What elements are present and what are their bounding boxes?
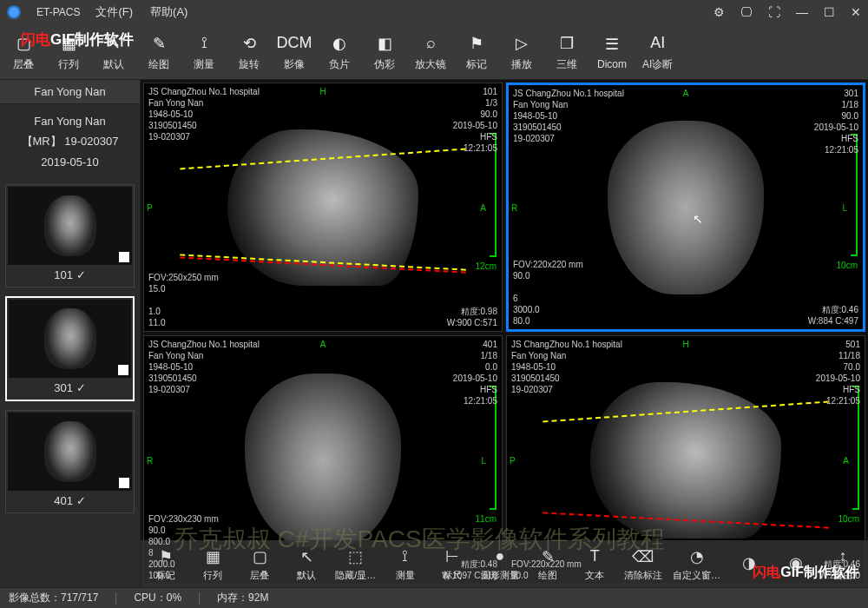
dicom-icon: ☰ — [601, 33, 623, 56]
menubar: 文件(F) 帮助(A) — [95, 4, 187, 20]
tool-pseudo[interactable]: ◧伪彩 — [370, 32, 399, 72]
tool-label: 负片 — [329, 57, 350, 72]
patient-date: 2019-05-10 — [7, 152, 133, 172]
orient-top: H — [319, 86, 326, 97]
tool-rotate[interactable]: ⟲旋转 — [234, 32, 264, 72]
btool-label: 隐藏/显… — [335, 569, 376, 582]
tool-label: 放大镜 — [415, 57, 446, 72]
patient-header[interactable]: Fan Yong Nan — [0, 80, 140, 104]
btool-label: 自定义窗… — [673, 569, 720, 582]
overlay-tr: 4011/180.02019-05-10HFS12:21:05 — [453, 339, 497, 406]
thumb-401[interactable]: 401 ✓ — [5, 410, 135, 513]
maximize-icon[interactable]: ☐ — [824, 5, 835, 19]
series-thumbnails: 101 ✓301 ✓401 ✓ — [0, 179, 140, 519]
magnify-icon: ⌕ — [419, 32, 442, 55]
scan-image — [245, 373, 401, 547]
thumb-101[interactable]: 101 ✓ — [5, 184, 135, 287]
tool-label: 默认 — [103, 57, 124, 72]
pane-1[interactable]: JS ChangZhou No.1 hospitalFan Yong Nan19… — [506, 83, 865, 332]
tool-label: 绘图 — [148, 57, 169, 72]
gear-icon[interactable]: ⚙ — [713, 5, 725, 19]
thumb-checkbox[interactable] — [118, 365, 128, 375]
threed-icon: ❒ — [556, 32, 578, 55]
tool-label: AI诊断 — [642, 57, 673, 72]
tool-label: 层叠 — [13, 57, 34, 72]
overlay-bl: FOV:220x220 mm90.063000.080.0 — [513, 259, 583, 327]
thumb-image — [8, 413, 132, 491]
app-title: ET-PACS — [36, 6, 80, 18]
thumb-caption: 401 ✓ — [8, 491, 132, 511]
patient-info: Fan Yong Nan 【MR】 19-020307 2019-05-10 — [0, 104, 140, 179]
orient-right: A — [843, 454, 849, 466]
overlay-bl: FOV:220x220 mm90.0 — [511, 558, 582, 581]
tool-magnify[interactable]: ⌕放大镜 — [415, 32, 446, 72]
overlay-tl: JS ChangZhou No.1 hospitalFan Yong Nan19… — [148, 339, 260, 395]
window-controls: ⚙ 🖵 ⛶ — ☐ ✕ — [713, 5, 861, 19]
scale-label: 12cm — [476, 261, 496, 271]
mark-icon: ⚑ — [465, 32, 488, 55]
tool-ai[interactable]: AIAI诊断 — [642, 32, 673, 72]
tool-mark[interactable]: ⚑标记 — [462, 32, 491, 72]
orient-right: L — [842, 202, 847, 213]
overlay-tl: JS ChangZhou No.1 hospitalFan Yong Nan19… — [511, 339, 622, 395]
play-icon: ▷ — [510, 32, 533, 55]
orient-left: R — [511, 202, 517, 213]
close-icon[interactable]: ✕ — [851, 5, 861, 19]
patient-id: 【MR】 19-020307 — [7, 131, 133, 151]
menu-help[interactable]: 帮助(A) — [150, 4, 187, 20]
orient-top: H — [682, 339, 688, 350]
thumb-checkbox[interactable] — [119, 252, 129, 262]
patient-name: Fan Yong Nan — [7, 111, 133, 131]
orient-right: A — [480, 202, 486, 213]
tool-label: 旋转 — [239, 57, 260, 72]
overlay-tr: 1011/390.02019-05-10HFS12:21:05 — [453, 86, 497, 154]
scan-image — [590, 382, 781, 539]
image-icon: DCM — [283, 32, 306, 55]
rotate-icon: ⟲ — [238, 32, 260, 55]
overlay-br: 精度:0.48W:1097 C:610 — [442, 558, 497, 581]
tool-image[interactable]: DCM影像 — [279, 32, 309, 72]
custom-icon: ◔ — [687, 546, 707, 567]
scan-image — [608, 121, 764, 294]
overlay-tl: JS ChangZhou No.1 hospitalFan Yong Nan19… — [148, 86, 260, 142]
watermark-bottom: 闪电GIF制作软件 — [753, 564, 859, 582]
orient-left: R — [147, 454, 153, 466]
monitor-icon[interactable]: 🖵 — [740, 5, 753, 19]
overlay-tr: 50111/1870.02019-05-10HFS12:21:05 — [816, 339, 860, 406]
thumb-caption: 101 ✓ — [8, 265, 132, 285]
overlay-br: 精度:0.98W:900 C:571 — [447, 306, 497, 328]
btool-label: 清除标注 — [624, 569, 662, 582]
main-area: Fan Yong Nan Fan Yong Nan 【MR】 19-020307… — [0, 80, 868, 587]
tool-measure[interactable]: ⟟测量 — [189, 32, 219, 72]
pane-0[interactable]: JS ChangZhou No.1 hospitalFan Yong Nan19… — [143, 83, 503, 332]
draw-icon: ✎ — [148, 32, 170, 55]
watermark-top: 闪电GIF制作软件 — [21, 30, 134, 50]
scale-label: 10cm — [838, 514, 859, 524]
orient-left: P — [510, 454, 516, 466]
orient-top: A — [683, 88, 689, 99]
orient-left: P — [147, 202, 153, 213]
fullscreen-icon[interactable]: ⛶ — [768, 5, 780, 19]
app-logo-icon — [7, 5, 21, 19]
overlay-tr: 3011/1890.02019-05-10HFS12:21:05 — [814, 88, 858, 155]
thumb-301[interactable]: 301 ✓ — [5, 296, 135, 401]
cursor-icon: ↖ — [693, 212, 703, 226]
menu-file[interactable]: 文件(F) — [95, 4, 133, 20]
btool-custom[interactable]: ◔自定义窗… — [674, 546, 719, 582]
tool-label: 行列 — [58, 57, 79, 72]
tool-threed[interactable]: ❒三维 — [552, 32, 582, 72]
minimize-icon[interactable]: — — [796, 5, 808, 19]
btool-label: 文本 — [585, 569, 604, 582]
tool-label: 播放 — [511, 57, 532, 72]
thumb-image — [8, 187, 132, 265]
tool-dicom[interactable]: ☰Dicom — [597, 33, 627, 70]
tool-invert[interactable]: ◐负片 — [325, 32, 354, 72]
tool-play[interactable]: ▷播放 — [507, 32, 536, 72]
thumb-checkbox[interactable] — [119, 478, 129, 488]
tool-draw[interactable]: ✎绘图 — [144, 32, 174, 72]
tool-label: 伪彩 — [374, 57, 395, 72]
btool-label: 默认 — [297, 569, 316, 582]
sidebar: Fan Yong Nan Fan Yong Nan 【MR】 19-020307… — [0, 80, 141, 587]
measure-icon: ⟟ — [193, 32, 215, 55]
status-mem: 内存：92M — [217, 591, 268, 605]
